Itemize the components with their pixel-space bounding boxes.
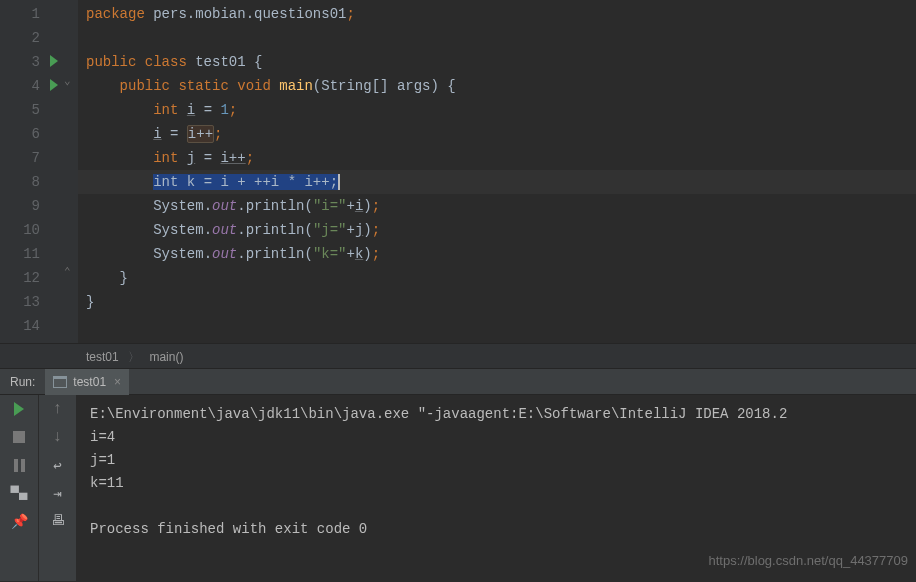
console-toolbar-left2: ↑ ↓ ↩ ⇥ 🖶 [38, 395, 76, 581]
stop-button[interactable] [11, 429, 27, 445]
scroll-to-end-button[interactable]: ⇥ [50, 485, 66, 501]
code-content[interactable]: package pers.mobian.questions01; public … [78, 0, 916, 343]
text-caret [338, 174, 340, 190]
line-number: 12 [0, 266, 62, 290]
line-number: 8 [0, 170, 62, 194]
run-gutter-icon[interactable] [50, 55, 58, 67]
line-number: 6 [0, 122, 62, 146]
print-button[interactable]: 🖶 [50, 513, 66, 529]
line-number: 7 [0, 146, 62, 170]
run-label: Run: [0, 375, 45, 389]
line-number: 2 [0, 26, 62, 50]
pin-button[interactable]: 📌 [11, 513, 27, 529]
line-number-gutter: 1 2 3 4 5 6 7 8 9 10 11 12 13 14 [0, 0, 62, 343]
console-toolbar-left: ▀▄ 📌 [0, 395, 38, 581]
pause-button[interactable] [11, 457, 27, 473]
line-number: 9 [0, 194, 62, 218]
layout-button[interactable]: ▀▄ [11, 485, 27, 501]
run-tab[interactable]: test01 × [45, 369, 129, 395]
code-editor[interactable]: 1 2 3 4 5 6 7 8 9 10 11 12 13 14 ⌄ ⌃ pac… [0, 0, 916, 343]
rerun-button[interactable] [11, 401, 27, 417]
up-arrow-icon[interactable]: ↑ [50, 401, 66, 417]
breadcrumb-method[interactable]: main() [149, 350, 183, 364]
fold-icon[interactable]: ⌄ [64, 74, 71, 87]
fold-icon[interactable]: ⌃ [64, 265, 71, 278]
down-arrow-icon[interactable]: ↓ [50, 429, 66, 445]
run-tab-label: test01 [73, 375, 106, 389]
run-gutter-icon[interactable] [50, 79, 58, 91]
line-number: 4 [0, 74, 62, 98]
run-toolwindow-bar: Run: test01 × [0, 369, 916, 395]
breadcrumb-class[interactable]: test01 [86, 350, 119, 364]
fold-gutter: ⌄ ⌃ [62, 0, 78, 343]
line-number: 5 [0, 98, 62, 122]
line-number: 1 [0, 2, 62, 26]
line-number: 10 [0, 218, 62, 242]
terminal-icon [53, 376, 67, 388]
line-number: 11 [0, 242, 62, 266]
watermark-text: https://blog.csdn.net/qq_44377709 [709, 553, 909, 568]
line-number: 14 [0, 314, 62, 338]
line-number: 13 [0, 290, 62, 314]
selected-text: int k = i + ++i * i++; [153, 174, 338, 190]
chevron-right-icon: 〉 [128, 350, 140, 364]
soft-wrap-button[interactable]: ↩ [50, 457, 66, 473]
close-icon[interactable]: × [114, 375, 121, 389]
line-number: 3 [0, 50, 62, 74]
breadcrumb[interactable]: test01 〉 main() [0, 343, 916, 369]
